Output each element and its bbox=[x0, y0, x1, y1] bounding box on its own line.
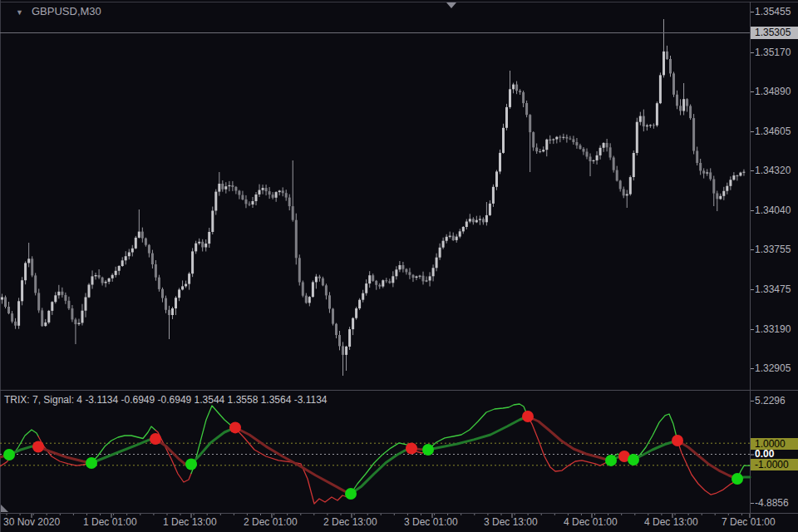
candle-body bbox=[181, 286, 184, 289]
candle-body bbox=[555, 137, 558, 140]
candle-body bbox=[44, 323, 47, 326]
signal-line-segment bbox=[677, 441, 737, 495]
crossover-dot-buy bbox=[628, 454, 639, 466]
candle-body bbox=[492, 187, 495, 204]
candle-body bbox=[422, 276, 425, 282]
candle-body bbox=[141, 232, 144, 239]
candle-body bbox=[85, 298, 87, 311]
candle-body bbox=[429, 276, 431, 280]
signal-line-segment bbox=[91, 426, 155, 463]
candle-body bbox=[54, 295, 57, 302]
candle-body bbox=[241, 195, 244, 200]
candle-body bbox=[456, 237, 458, 240]
candle-body bbox=[64, 295, 66, 301]
signal-line-segment bbox=[235, 428, 351, 504]
candle-body bbox=[118, 266, 121, 271]
candle-body bbox=[709, 172, 712, 179]
candle-body bbox=[439, 248, 441, 258]
symbol-dropdown-icon[interactable]: ▼ bbox=[16, 7, 23, 18]
candle-body bbox=[282, 190, 284, 193]
candle-body bbox=[382, 280, 384, 286]
candle-body bbox=[712, 180, 715, 194]
candle-body bbox=[312, 282, 314, 297]
candle-body bbox=[151, 254, 154, 264]
candle-body bbox=[4, 298, 7, 308]
candle-body bbox=[131, 249, 134, 253]
candle-body bbox=[596, 155, 598, 160]
candle-body bbox=[385, 280, 387, 281]
candle-body bbox=[575, 142, 578, 145]
candle-body bbox=[101, 278, 104, 283]
candle-body bbox=[88, 285, 91, 298]
crossover-dot-buy bbox=[185, 459, 197, 470]
mt4-chart-window: ▼ GBPUSD,M30 TRIX: 7, Signal: 4 -3.1134 … bbox=[0, 0, 798, 532]
candle-body bbox=[666, 52, 668, 59]
candle-body bbox=[125, 256, 127, 260]
candle-body bbox=[91, 276, 94, 284]
indicator-title: TRIX: 7, Signal: 4 -3.1134 -0.6949 -0.69… bbox=[4, 394, 328, 406]
candle-body bbox=[165, 298, 167, 310]
candle-body bbox=[245, 200, 248, 204]
candle-body bbox=[191, 251, 194, 273]
candle-body bbox=[649, 125, 652, 126]
price-chart-area[interactable] bbox=[1, 19, 745, 376]
candle-body bbox=[285, 193, 288, 197]
candle-body bbox=[669, 59, 672, 73]
trix-indicator-area[interactable] bbox=[0, 404, 750, 504]
candle-body bbox=[375, 281, 377, 285]
candle-body bbox=[105, 282, 107, 283]
candle-body bbox=[495, 171, 498, 186]
crossover-dot-sell bbox=[150, 433, 161, 445]
candle-body bbox=[214, 192, 217, 211]
time-axis[interactable] bbox=[0, 514, 798, 532]
crossover-dot-buy bbox=[86, 457, 97, 469]
candle-body bbox=[292, 206, 294, 220]
candle-body bbox=[419, 276, 421, 277]
candle-body bbox=[278, 190, 281, 192]
price-axis[interactable] bbox=[751, 2, 798, 513]
candle-body bbox=[201, 242, 204, 248]
crossover-dot-buy bbox=[3, 449, 15, 461]
chart-canvas[interactable] bbox=[0, 0, 798, 532]
candle-body bbox=[95, 275, 97, 276]
candle-body bbox=[305, 296, 308, 303]
candle-body bbox=[589, 157, 592, 162]
candle-body bbox=[726, 186, 728, 191]
candle-body bbox=[459, 231, 461, 236]
candle-body bbox=[37, 293, 40, 310]
candle-body bbox=[108, 278, 111, 282]
candle-body bbox=[145, 239, 147, 245]
candle-body bbox=[71, 308, 73, 319]
candle-body bbox=[178, 289, 180, 298]
candle-body bbox=[98, 275, 101, 278]
candle-body bbox=[479, 219, 481, 219]
candle-body bbox=[452, 236, 455, 240]
candle-body bbox=[111, 275, 114, 278]
candle-body bbox=[412, 275, 415, 278]
candle-body bbox=[606, 143, 608, 147]
panel-resize-grip[interactable] bbox=[1, 505, 8, 512]
candle-body bbox=[395, 269, 397, 276]
candle-body bbox=[442, 241, 445, 248]
candle-body bbox=[221, 184, 224, 190]
candle-body bbox=[27, 259, 30, 263]
candle-body bbox=[238, 191, 240, 195]
trix-line-segment bbox=[633, 441, 677, 460]
candle-body bbox=[352, 318, 354, 329]
candle-body bbox=[519, 91, 521, 92]
candle-body bbox=[572, 139, 574, 142]
candle-body bbox=[308, 297, 311, 303]
candle-body bbox=[188, 273, 190, 283]
candle-body bbox=[47, 311, 50, 323]
candle-body bbox=[362, 293, 364, 300]
candle-body bbox=[228, 185, 230, 186]
candle-body bbox=[732, 175, 735, 180]
candle-body bbox=[234, 187, 237, 191]
symbol-timeframe-label: GBPUSD,M30 bbox=[32, 6, 101, 17]
candle-body bbox=[716, 194, 718, 200]
candle-body bbox=[342, 346, 344, 355]
candle-body bbox=[545, 140, 548, 150]
crossover-dot-sell bbox=[522, 411, 534, 422]
chart-shift-marker[interactable] bbox=[446, 2, 456, 8]
candle-body bbox=[195, 244, 197, 252]
